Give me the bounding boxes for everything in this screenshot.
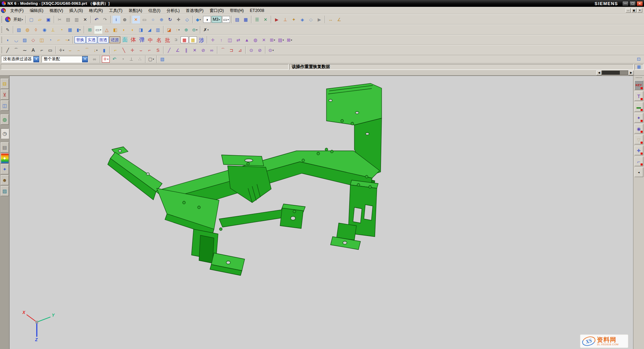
wcs-orient-icon[interactable]: ⊥ [281, 16, 289, 23]
start-menu-button[interactable]: 开始▾ [12, 16, 24, 23]
replace-button[interactable]: 替换 [75, 36, 86, 43]
sheet-bend-icon[interactable]: ◔ [46, 36, 54, 44]
datum-display-icon[interactable]: ✕ [262, 16, 270, 23]
zoom-circle-icon[interactable]: ○ [149, 16, 157, 23]
center-tool-button[interactable]: 中 [147, 36, 154, 44]
menu-assemblies[interactable]: 装配(A) [126, 7, 145, 14]
delete-component-icon[interactable]: ✕ [260, 36, 268, 44]
nx-logo-icon[interactable] [4, 16, 12, 23]
hole-icon[interactable]: ◉ [41, 26, 48, 34]
cross-library-icon[interactable]: ✚ [634, 146, 643, 155]
solid-transparent-button[interactable]: 实透 [86, 36, 97, 43]
snap-end-icon[interactable]: ⊥ [127, 55, 135, 63]
face-transparent-button[interactable]: 面透 [98, 36, 109, 43]
menu-help[interactable]: 帮助(H) [227, 7, 247, 14]
scroll-thumb[interactable] [602, 71, 620, 75]
menu-tools[interactable]: 工具(T) [106, 7, 125, 14]
window-tile-icon[interactable]: ▦ [242, 16, 250, 23]
thread-icon[interactable]: ▥ [154, 26, 162, 34]
key-library-icon[interactable]: KEY [634, 80, 643, 90]
bridge-curve-icon[interactable]: ⌒ [83, 46, 91, 54]
edge-blend-icon[interactable]: ◗ [120, 26, 128, 34]
text-icon[interactable]: A [29, 46, 37, 54]
plate-library-icon[interactable]: ◉ [634, 124, 643, 133]
scroll-left-button[interactable]: ◀ [596, 70, 602, 75]
assembly-sequence-icon[interactable]: ⊠▾ [286, 36, 293, 44]
part-navigator-icon[interactable]: ◫ [1, 100, 9, 111]
web-browser-icon[interactable]: ◍ [1, 114, 9, 125]
layer-settings-icon[interactable]: ☰ [253, 16, 261, 23]
interpart-link-icon[interactable]: ∞ [91, 55, 98, 63]
cross-constraint-icon[interactable]: ✕ [191, 46, 199, 54]
interference-check-button[interactable]: 涉 [198, 36, 205, 44]
select-arrow-icon[interactable]: ▶ [316, 16, 323, 23]
assembly-constraints-icon[interactable]: ↑ [217, 36, 225, 44]
through-curves-icon[interactable]: ◡ [12, 36, 20, 44]
menu-window[interactable]: 窗口(O) [207, 7, 226, 14]
menu-file[interactable]: 文件(F) [7, 7, 26, 14]
collapse-panel-icon[interactable]: ◂ [634, 168, 643, 177]
edit-curve-icon[interactable]: ⌐ [111, 46, 119, 54]
curve-mesh-icon[interactable]: ▨ [21, 36, 29, 44]
render-style-icon[interactable]: ◑ [203, 16, 211, 23]
window-cascade-icon[interactable]: ▤ [233, 16, 241, 23]
extend-curve-icon[interactable]: ⊐ [228, 46, 235, 54]
pattern-component-icon[interactable]: ◍ [251, 36, 259, 44]
datum-csys-icon[interactable]: △ [103, 26, 111, 34]
solid-preselect-icon[interactable]: ▧ [158, 55, 166, 63]
paste-icon[interactable]: ▥ [73, 16, 81, 23]
unite-icon[interactable]: ⊕ [182, 26, 190, 34]
name-tool-button[interactable]: 名 [155, 36, 163, 44]
menu-view[interactable]: 视图(V) [47, 7, 66, 14]
marquee-select-icon[interactable]: ▢▾ [147, 55, 155, 63]
sketch-polyline-icon[interactable]: ∠ [174, 46, 182, 54]
invert-shown-icon[interactable]: ◇ [307, 16, 315, 23]
extrude-icon[interactable]: ▧ [15, 26, 23, 34]
face-tool-button[interactable]: 面 [121, 36, 129, 44]
menu-et2008[interactable]: ET2008 [247, 7, 267, 14]
copy-icon[interactable]: ▤ [64, 16, 72, 23]
spotlight-icon[interactable]: ▶ [273, 16, 281, 23]
punch-library-icon[interactable]: ▽ [634, 135, 643, 144]
bolt-library-icon[interactable]: T [634, 91, 643, 101]
interference-sheet-icon[interactable]: ▦ [189, 36, 197, 43]
new-file-icon[interactable]: ▢ [28, 16, 35, 23]
snap-point-icon[interactable]: ✛▾ [102, 56, 110, 63]
menu-preferences[interactable]: 首选项(P) [183, 7, 206, 14]
shaded-view-icon[interactable]: ◆▾ [195, 16, 202, 23]
body-tool-button[interactable]: 体 [129, 36, 137, 44]
selection-scope-dropdown[interactable]: 整个装配 ▼ [42, 56, 88, 63]
task-sketch-icon[interactable]: ✎ [4, 26, 12, 34]
soft-blend-icon[interactable]: ◨ [137, 26, 145, 34]
quick-dimension-icon[interactable]: ⊙▾ [267, 46, 275, 54]
trim-body-icon[interactable]: ◪ [165, 26, 173, 34]
cut-icon[interactable]: ✂ [56, 16, 64, 23]
project-curve-icon[interactable]: ↓▾ [92, 46, 99, 54]
face-blend-icon[interactable]: ◖ [128, 26, 136, 34]
fit-view-icon[interactable]: ✕ [132, 16, 140, 23]
pattern-curve-icon[interactable]: ⌢ [75, 46, 82, 54]
n-sided-surface-icon[interactable]: ◇ [29, 36, 37, 44]
boss-icon[interactable]: ⊥ [49, 26, 57, 34]
show-hide-icon[interactable]: ◈ [298, 16, 306, 23]
copy-display-icon[interactable]: ⊐ [172, 36, 180, 44]
measure-distance-icon[interactable]: ↔ [327, 16, 335, 23]
parallel-constraint-icon[interactable]: ∥ [182, 46, 190, 54]
interference-solid-icon[interactable]: ▦ [181, 36, 188, 43]
suppress-component-icon[interactable]: ⇄ [234, 36, 242, 44]
spline-icon[interactable]: ∼ [21, 46, 29, 54]
arrangements-icon[interactable]: ▤▾ [277, 36, 285, 44]
shell-icon[interactable]: ◧ [111, 26, 119, 34]
rotate-view-icon[interactable]: ↻ [166, 16, 174, 23]
measure-angle-icon[interactable]: ∠ [335, 16, 343, 23]
chevron-down-icon[interactable]: ▼ [33, 56, 39, 62]
history-icon[interactable]: ◷ [1, 128, 9, 139]
point-icon[interactable]: ✛▾ [58, 46, 65, 54]
background-color-icon[interactable]: ▭▾ [222, 16, 230, 23]
arc-trim-icon[interactable]: ⌒ [219, 46, 227, 54]
sheet-draft-icon[interactable]: ◊ [32, 26, 40, 34]
restore-button[interactable]: 还原 [109, 36, 120, 43]
prompt-grid-icon[interactable]: ▦ [634, 64, 643, 70]
system-materials-icon[interactable]: ▤ [1, 142, 9, 153]
sharp-corner-icon[interactable]: ⊿ [236, 46, 244, 54]
